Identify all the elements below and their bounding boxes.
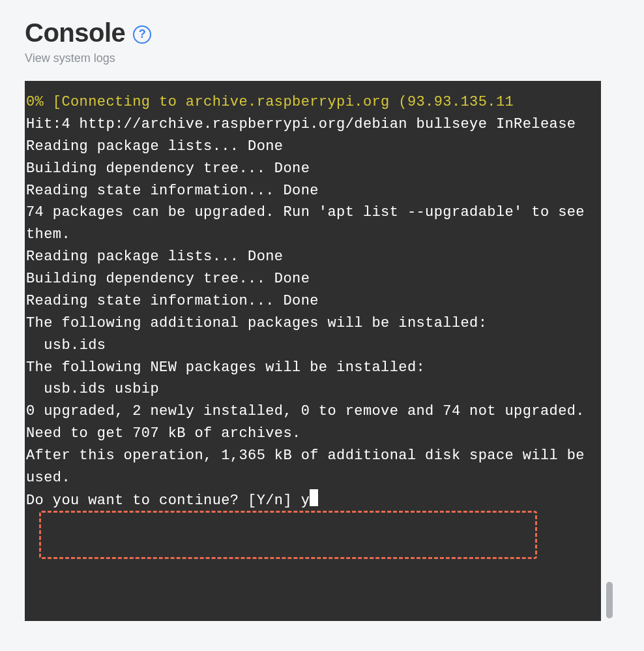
- terminal-line: The following NEW packages will be insta…: [26, 357, 600, 379]
- highlight-annotation: [39, 511, 537, 559]
- prompt-text: Do you want to continue? [Y/n] y: [26, 492, 310, 509]
- terminal-line: Reading state information... Done: [26, 180, 600, 202]
- title-row: Console ?: [25, 18, 619, 48]
- terminal-line: Building dependency tree... Done: [26, 268, 600, 290]
- terminal-line: Reading state information... Done: [26, 290, 600, 312]
- terminal-line: usb.ids: [26, 335, 600, 357]
- terminal-output[interactable]: 0% [Connecting to archive.raspberrypi.or…: [25, 81, 601, 621]
- terminal-line: Hit:4 http://archive.raspberrypi.org/deb…: [26, 114, 600, 136]
- terminal-line: 0 upgraded, 2 newly installed, 0 to remo…: [26, 401, 600, 423]
- terminal-line: Building dependency tree... Done: [26, 158, 600, 180]
- page: Console ? View system logs 0% [Connectin…: [0, 0, 644, 634]
- page-subtitle: View system logs: [25, 52, 619, 65]
- terminal-line: Reading package lists... Done: [26, 246, 600, 268]
- status-line: 0% [Connecting to archive.raspberrypi.or…: [26, 91, 600, 114]
- help-icon[interactable]: ?: [133, 25, 151, 44]
- terminal-line: After this operation, 1,365 kB of additi…: [26, 445, 600, 489]
- console-wrap: 0% [Connecting to archive.raspberrypi.or…: [25, 81, 619, 621]
- page-title: Console: [25, 18, 125, 48]
- terminal-line: Need to get 707 kB of archives.: [26, 423, 600, 445]
- help-glyph: ?: [139, 27, 146, 41]
- terminal-line: 74 packages can be upgraded. Run 'apt li…: [26, 202, 600, 246]
- prompt-line: Do you want to continue? [Y/n] y: [26, 489, 600, 512]
- terminal-line: usb.ids usbip: [26, 378, 600, 401]
- scrollbar-thumb[interactable]: [606, 582, 613, 618]
- cursor-icon: [310, 489, 318, 506]
- terminal-line: The following additional packages will b…: [26, 312, 600, 335]
- terminal-line: Reading package lists... Done: [26, 136, 600, 158]
- scrollbar[interactable]: [606, 81, 613, 621]
- header: Console ? View system logs: [25, 18, 619, 65]
